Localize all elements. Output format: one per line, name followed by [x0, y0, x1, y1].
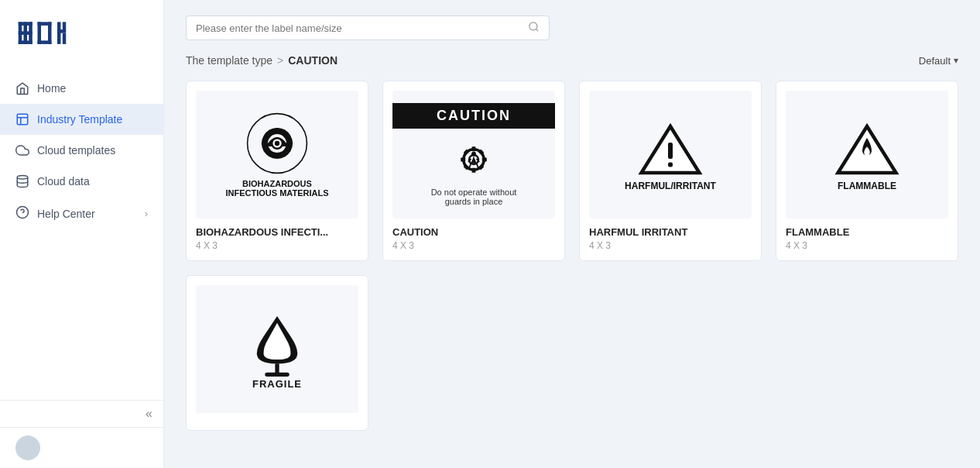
sidebar-item-industry-template[interactable]: Industry Template: [0, 104, 163, 135]
sidebar-item-cloud-templates-label: Cloud templates: [37, 144, 115, 157]
fragile-icon: [250, 308, 304, 378]
breadcrumb: The template type > CAUTION: [186, 54, 338, 67]
template-card-caution[interactable]: CAUTION: [382, 81, 565, 261]
card-title-flammable: FLAMMABLE: [786, 226, 948, 238]
search-bar-wrapper: [186, 15, 958, 40]
warning-irritant-icon: [636, 119, 705, 181]
chevron-right-icon: ›: [145, 208, 148, 219]
sidebar-item-industry-template-label: Industry Template: [37, 113, 122, 126]
app-logo: [15, 14, 85, 53]
template-card-flammable[interactable]: FLAMMABLE FLAMMABLE 4 X 3: [776, 81, 958, 261]
card-title-harfmul: HARFMUL IRRITANT: [589, 226, 752, 238]
sidebar-item-home[interactable]: Home: [0, 73, 163, 104]
cloud-icon: [15, 143, 29, 157]
card-size-caution: 4 X 3: [392, 240, 555, 251]
svg-point-17: [17, 176, 28, 180]
biohazard-icon: [246, 112, 308, 174]
svg-point-25: [275, 140, 279, 145]
sidebar-item-cloud-templates[interactable]: Cloud templates: [0, 135, 163, 166]
caution-icon: [451, 136, 497, 183]
user-avatar: [15, 435, 40, 460]
card-title-biohazard: BIOHAZARDOUS INFECTI...: [196, 226, 358, 238]
svg-rect-12: [57, 29, 66, 33]
svg-rect-39: [668, 162, 673, 167]
sort-label: Default: [919, 55, 951, 67]
svg-rect-4: [19, 31, 33, 35]
card-title-caution: CAUTION: [392, 226, 555, 238]
sidebar-item-cloud-data-label: Cloud data: [37, 175, 90, 188]
breadcrumb-current: CAUTION: [288, 54, 338, 67]
svg-rect-42: [265, 373, 290, 377]
template-grid-row2: FRAGILE: [186, 275, 958, 431]
svg-rect-38: [668, 143, 673, 159]
breadcrumb-base: The template type: [186, 54, 272, 67]
collapse-icon: «: [146, 407, 152, 420]
svg-point-36: [471, 152, 476, 157]
search-bar-container: [186, 15, 550, 40]
breadcrumb-row: The template type > CAUTION Default ▾: [186, 54, 958, 67]
sidebar-item-home-label: Home: [37, 82, 66, 95]
svg-rect-28: [472, 146, 476, 151]
logo-area: [0, 0, 163, 67]
sidebar-item-cloud-data[interactable]: Cloud data: [0, 166, 163, 197]
svg-rect-5: [19, 40, 33, 44]
sidebar-collapse-button[interactable]: «: [146, 407, 152, 421]
caution-header-text: CAUTION: [392, 103, 555, 129]
card-size-biohazard: 4 X 3: [196, 240, 358, 251]
template-card-fragile[interactable]: FRAGILE: [186, 275, 368, 431]
caution-subtext: Do not operate withoutguards in place: [431, 188, 517, 206]
home-icon: [15, 81, 29, 95]
card-size-harfmul: 4 X 3: [589, 240, 752, 251]
card-image-fragile: FRAGILE: [196, 285, 358, 413]
card-image-caution: CAUTION: [392, 91, 555, 219]
card-image-harfmul: HARFMUL/IRRITANT: [589, 91, 752, 219]
sort-dropdown[interactable]: Default ▾: [919, 55, 958, 67]
svg-rect-41: [275, 363, 279, 373]
template-card-harfmul[interactable]: HARFMUL/IRRITANT HARFMUL IRRITANT 4 X 3: [579, 81, 762, 261]
svg-rect-30: [461, 158, 465, 162]
chevron-down-icon: ▾: [954, 55, 958, 66]
sidebar-item-help-label: Help Center: [37, 208, 95, 220]
svg-rect-9: [38, 40, 52, 44]
template-icon: [15, 112, 29, 126]
flammable-icon: [832, 119, 902, 181]
sidebar: Home Industry Template Cloud templates: [0, 0, 164, 468]
svg-rect-11: [63, 22, 67, 30]
svg-rect-13: [63, 33, 67, 44]
main-content: The template type > CAUTION Default ▾: [164, 0, 980, 468]
svg-rect-29: [472, 168, 476, 173]
search-input[interactable]: [196, 22, 522, 34]
breadcrumb-separator: >: [277, 54, 283, 67]
search-icon: [528, 21, 540, 35]
svg-rect-31: [482, 158, 487, 162]
card-size-flammable: 4 X 3: [786, 240, 948, 251]
card-image-flammable: FLAMMABLE: [786, 91, 948, 219]
sidebar-item-help[interactable]: Help Center ›: [0, 197, 163, 230]
sidebar-navigation: Home Industry Template Cloud templates: [0, 67, 163, 400]
svg-rect-3: [19, 22, 33, 26]
cloud-data-icon: [15, 174, 29, 188]
template-card-biohazard[interactable]: BIOHAZARDOUS INFECTIOUS MATERIALS BIOHAZ…: [186, 81, 368, 261]
svg-point-20: [529, 22, 537, 30]
svg-line-21: [536, 29, 538, 31]
template-grid: BIOHAZARDOUS INFECTIOUS MATERIALS BIOHAZ…: [186, 81, 958, 261]
card-image-biohazard: BIOHAZARDOUS INFECTIOUS MATERIALS: [196, 91, 358, 219]
svg-rect-14: [17, 114, 28, 125]
help-icon: [15, 205, 29, 222]
